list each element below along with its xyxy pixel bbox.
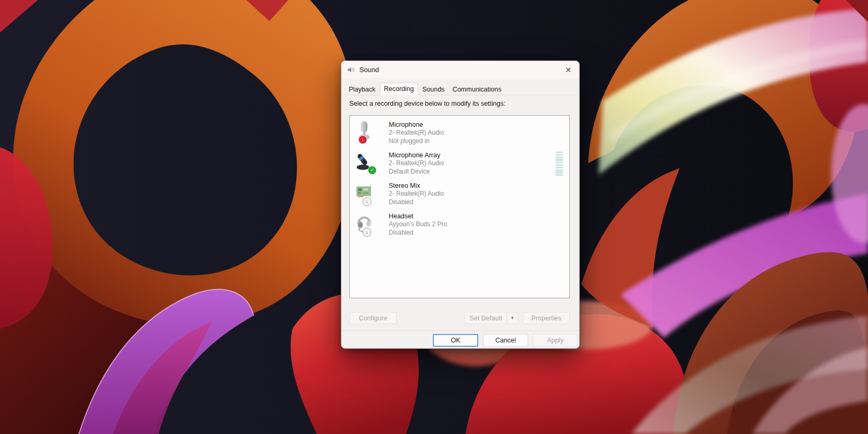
device-status: Disabled [389,198,569,207]
tab-playback[interactable]: Playback [345,84,379,95]
speaker-icon [347,65,356,74]
device-status-badge: ↓ [362,197,371,206]
sound-dialog: Sound ✕ PlaybackRecordingSoundsCommunica… [341,60,580,349]
cancel-button[interactable]: Cancel [483,334,528,347]
device-status-badge: ↓ [358,135,367,144]
device-description: 2- Realtek(R) Audio [389,159,569,168]
device-name: Microphone Array [389,151,569,159]
tab-recording[interactable]: Recording [380,83,418,95]
titlebar[interactable]: Sound ✕ [341,61,579,78]
tab-communications[interactable]: Communications [449,84,505,95]
configure-button[interactable]: Configure [349,312,397,324]
device-description: Ayyoun's Buds 2 Pro [389,220,569,229]
device-row[interactable]: ✓ Microphone Array 2- Realtek(R) Audio D… [350,149,569,179]
properties-button[interactable]: Properties [523,312,570,324]
device-row[interactable]: ↓ Headset Ayyoun's Buds 2 Pro Disabled [350,210,569,240]
footer-divider [341,330,579,331]
device-status-badge: ✓ [368,166,377,175]
tab-label: Sounds [422,86,445,93]
device-name: Stereo Mix [389,181,569,190]
device-status-badge: ↓ [362,228,371,237]
set-default-button[interactable]: Set Default ▼ [465,312,518,324]
recording-device-list[interactable]: ↓ Microphone 2- Realtek(R) Audio Not plu… [349,115,570,298]
tab-label: Playback [349,86,376,93]
window-title: Sound [359,66,379,74]
level-meter [556,152,563,177]
device-status: Disabled [389,229,569,237]
apply-button[interactable]: Apply [533,334,578,347]
device-description: 2- Realtek(R) Audio [389,129,569,137]
close-button[interactable]: ✕ [562,64,574,76]
instruction-label: Select a recording device below to modif… [349,100,506,107]
tab-label: Recording [384,85,414,93]
device-name: Headset [389,212,569,220]
set-default-label: Set Default [465,315,507,322]
device-row[interactable]: ↓ Stereo Mix 2- Realtek(R) Audio Disable… [350,179,569,210]
desktop: Sound ✕ PlaybackRecordingSoundsCommunica… [0,0,868,434]
tab-label: Communications [452,86,501,93]
ok-button[interactable]: OK [433,334,478,347]
device-description: 2- Realtek(R) Audio [389,190,569,198]
device-status: Not plugged in [389,137,569,146]
tab-sounds[interactable]: Sounds [419,84,448,95]
device-row[interactable]: ↓ Microphone 2- Realtek(R) Audio Not plu… [350,118,569,149]
device-status: Default Device [389,168,569,176]
device-name: Microphone [389,120,569,129]
tabstrip: PlaybackRecordingSoundsCommunications [345,83,576,95]
chevron-down-icon[interactable]: ▼ [507,316,518,320]
